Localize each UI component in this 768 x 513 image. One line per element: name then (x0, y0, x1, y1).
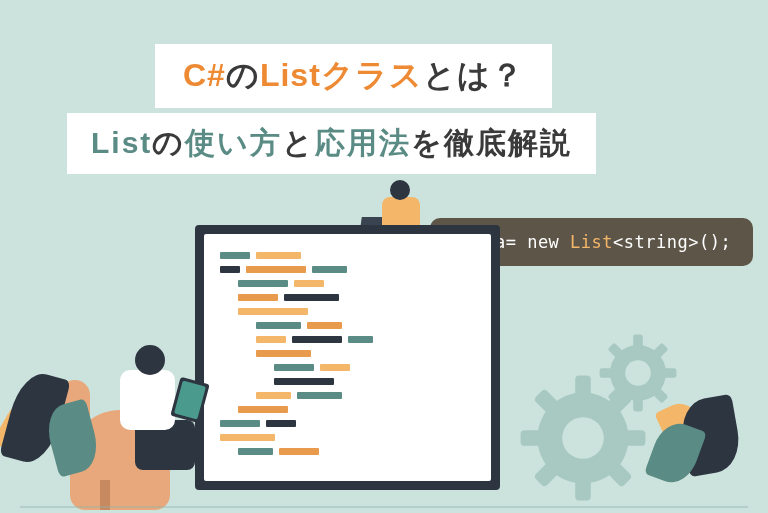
title-list-class: Listクラス (260, 57, 423, 93)
svg-rect-1 (575, 376, 591, 399)
title-line-2: Listの使い方と応用法を徹底解説 (67, 113, 596, 174)
plant-left-icon (0, 333, 120, 513)
svg-rect-11 (633, 335, 643, 349)
svg-rect-13 (600, 368, 614, 378)
ground-line (20, 506, 748, 508)
monitor-icon (195, 225, 500, 490)
svg-point-9 (562, 417, 604, 459)
svg-rect-2 (575, 477, 591, 500)
code-screen (204, 234, 491, 481)
svg-rect-3 (521, 430, 544, 446)
plant-right-icon (638, 373, 748, 513)
code-keyword-list: List (570, 232, 613, 252)
title-csharp: C# (183, 57, 226, 93)
title-line-1: C#のListクラスとは？ (155, 44, 552, 108)
